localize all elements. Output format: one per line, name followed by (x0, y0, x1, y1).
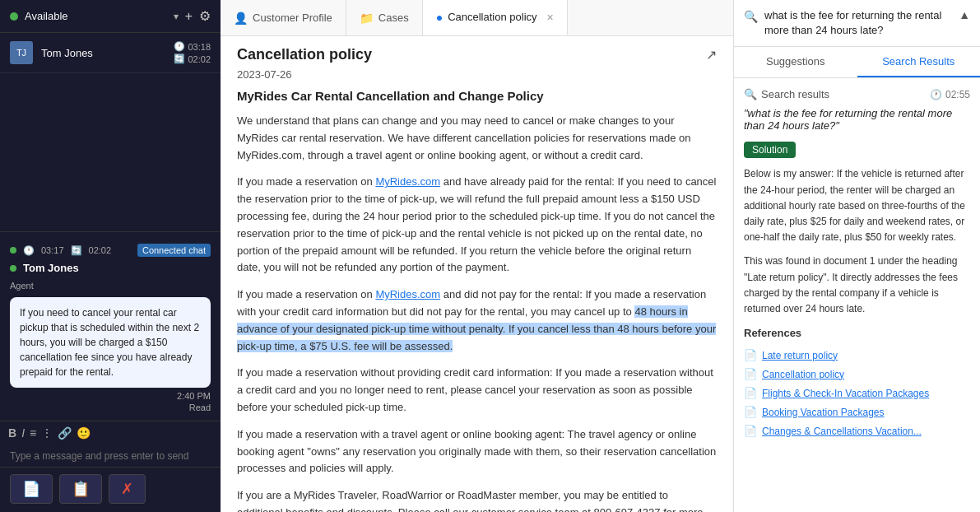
reference-item-0: 📄 Late return policy (744, 346, 970, 365)
search-results-icon: 🔍 (744, 88, 757, 100)
doc-icon-4: 📄 (744, 425, 757, 437)
attachment-button-2[interactable]: 📋 (59, 474, 102, 504)
myrides-link-2[interactable]: MyRides.com (375, 288, 440, 300)
link-button[interactable]: 🔗 (58, 426, 72, 440)
unordered-list-button[interactable]: ≡ (30, 426, 36, 440)
avatar: TJ (10, 41, 33, 64)
reference-item-2: 📄 Flights & Check-In Vacation Packages (744, 384, 970, 403)
reference-item-4: 📄 Changes & Cancellations Vacation... (744, 421, 970, 440)
connected-badge: Connected chat (137, 244, 211, 257)
article-para-3: If you made a reservation without provid… (237, 365, 717, 416)
tabs-bar: 👤 Customer Profile 📁 Cases ● Cancellatio… (221, 0, 733, 36)
tab-suggestions[interactable]: Suggestions (734, 47, 857, 77)
tab-customer-profile[interactable]: 👤 Customer Profile (221, 0, 346, 35)
attachment-button-3[interactable]: ✗ (109, 474, 146, 504)
chat-time1: 03:18 (188, 42, 211, 52)
compose-input[interactable] (10, 450, 211, 462)
doc-icon-1: 📄 (744, 368, 757, 380)
chat-time-row2: 🔄 02:02 (174, 54, 211, 64)
collapse-button[interactable]: ▲ (959, 8, 970, 21)
external-link-button[interactable]: ↗ (706, 47, 717, 63)
doc-icon-0: 📄 (744, 349, 757, 361)
content-header: Cancellation policy ↗ (221, 36, 733, 68)
article-body: 2023-07-26 MyRides Car Rental Cancellati… (221, 68, 733, 512)
tab-search-results[interactable]: Search Results (857, 47, 981, 77)
results-area: 🔍 Search results 🕐 02:55 "what is the fe… (734, 78, 980, 512)
article-date: 2023-07-26 (237, 68, 717, 81)
read-status: Read (10, 401, 211, 414)
active-dot (10, 247, 16, 254)
panel-tabs: Suggestions Search Results (734, 47, 980, 78)
sidebar-actions: + ⚙ (185, 8, 211, 24)
agent-label: Agent (10, 277, 211, 294)
active-time1: 03:17 (41, 245, 64, 255)
emoji-button[interactable]: 🙂 (77, 426, 91, 440)
solution-badge: Solution (744, 142, 796, 158)
cases-icon: 📁 (360, 12, 374, 25)
active-time2: 02:02 (89, 245, 112, 255)
article-para-0: We understand that plans can change and … (237, 113, 717, 164)
results-meta: 🔍 Search results 🕐 02:55 (744, 88, 970, 100)
doc-icon-2: 📄 (744, 387, 757, 399)
chat-name: Tom Jones (41, 47, 165, 59)
clock-icon: 🕐 (930, 89, 942, 100)
chevron-down-icon[interactable]: ▾ (174, 11, 179, 22)
active-name: Tom Jones (23, 262, 79, 274)
tab-cases[interactable]: 📁 Cases (346, 0, 423, 35)
reference-link-0[interactable]: Late return policy (762, 350, 838, 361)
list-item[interactable]: TJ Tom Jones 🕐 03:18 🔄 02:02 (0, 33, 221, 73)
solution-text: Below is my answer: If the vehicle is re… (744, 166, 970, 245)
message-bubble: If you need to cancel your rental car pi… (10, 297, 211, 388)
tab-cases-label: Cases (379, 12, 409, 24)
active-name-dot (10, 265, 16, 272)
results-time: 🕐 02:55 (930, 89, 970, 100)
compose-area[interactable] (0, 445, 221, 467)
article-para-1: If you made a reservation on MyRides.com… (237, 174, 717, 277)
article-para-4: If you made a reservation with a travel … (237, 426, 717, 477)
refresh-icon: 🔄 (174, 54, 185, 64)
chat-meta: 🕐 03:18 🔄 02:02 (174, 41, 211, 64)
chat-info: Tom Jones (41, 47, 165, 59)
close-icon[interactable]: × (547, 11, 554, 24)
active-chat-section: 🕐 03:17 🔄 02:02 Connected chat Tom Jones… (0, 232, 221, 421)
chat-time-row1: 🕐 03:18 (174, 41, 211, 52)
myrides-link-1[interactable]: MyRides.com (375, 175, 440, 188)
reference-link-3[interactable]: Booking Vacation Packages (762, 407, 885, 418)
doc-icon-3: 📄 (744, 406, 757, 418)
chat-time2: 02:02 (188, 54, 211, 64)
article-para-2: If you made a reservation on MyRides.com… (237, 286, 717, 355)
search-icon: 🔍 (744, 8, 758, 23)
clock-icon: 🕐 (174, 41, 185, 52)
search-query-text[interactable]: what is the fee for returning the rental… (764, 8, 952, 38)
right-panel: 🔍 what is the fee for returning the rent… (733, 0, 980, 512)
reference-item-1: 📄 Cancellation policy (744, 365, 970, 384)
ordered-list-button[interactable]: ⋮ (41, 426, 53, 440)
page-title: Cancellation policy (237, 46, 372, 63)
search-box-container: 🔍 what is the fee for returning the rent… (734, 0, 980, 47)
article-para-5: If you are a MyRides Traveler, RoadWarri… (237, 487, 717, 512)
tab-customer-profile-label: Customer Profile (253, 12, 332, 24)
query-display: "what is the fee for returning the renta… (744, 107, 970, 132)
italic-button[interactable]: I (21, 426, 25, 440)
customer-profile-icon: 👤 (234, 12, 248, 25)
add-button[interactable]: + (185, 8, 193, 24)
reference-item-3: 📄 Booking Vacation Packages (744, 403, 970, 421)
clock-icon-small: 🕐 (23, 245, 35, 256)
results-label: 🔍 Search results (744, 88, 829, 100)
article-subtitle: MyRides Car Rental Cancellation and Chan… (237, 89, 717, 103)
gear-icon[interactable]: ⚙ (199, 8, 211, 24)
reference-link-4[interactable]: Changes & Cancellations Vacation... (762, 426, 922, 437)
references-title: References (744, 327, 970, 339)
reference-link-1[interactable]: Cancellation policy (762, 369, 844, 380)
tab-cancellation-policy[interactable]: ● Cancellation policy × (423, 0, 568, 35)
active-chat-header: 🕐 03:17 🔄 02:02 Connected chat (10, 239, 211, 262)
message-time: 2:40 PM (10, 391, 211, 401)
tab-cancellation-policy-label: Cancellation policy (448, 11, 536, 23)
compose-toolbar: B I ≡ ⋮ 🔗 🙂 (0, 421, 221, 445)
attachment-button-1[interactable]: 📄 (10, 474, 53, 504)
sidebar: Available ▾ + ⚙ TJ Tom Jones 🕐 03:18 🔄 0… (0, 0, 221, 512)
bold-button[interactable]: B (8, 426, 16, 440)
reference-link-2[interactable]: Flights & Check-In Vacation Packages (762, 388, 929, 399)
main-content: 👤 Customer Profile 📁 Cases ● Cancellatio… (221, 0, 733, 512)
refresh-icon-small: 🔄 (71, 245, 82, 256)
